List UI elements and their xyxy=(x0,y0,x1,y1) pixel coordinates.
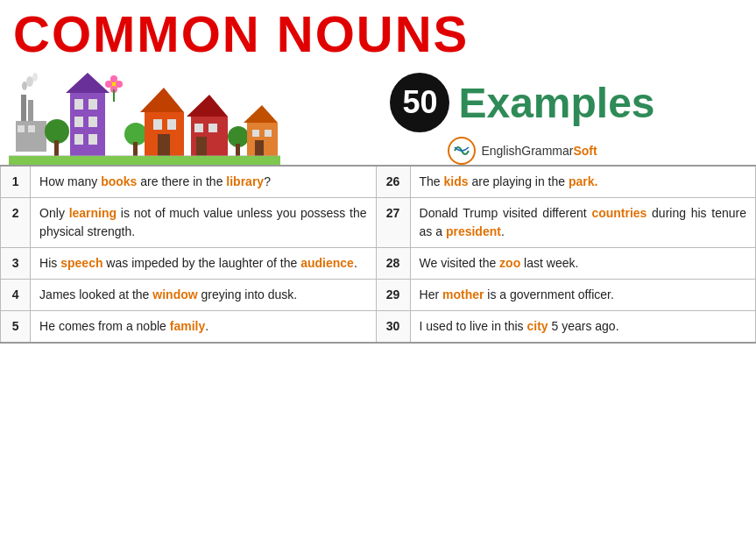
svg-point-8 xyxy=(45,119,69,144)
sentence-cell: The kids are playing in the park. xyxy=(410,166,755,198)
houses-illustration xyxy=(9,68,280,165)
highlight-word: zoo xyxy=(499,256,520,270)
svg-point-0 xyxy=(22,82,27,90)
row-num: 27 xyxy=(376,198,410,248)
svg-rect-7 xyxy=(28,125,35,132)
svg-rect-23 xyxy=(113,89,115,102)
svg-marker-17 xyxy=(66,73,110,93)
svg-rect-30 xyxy=(158,134,170,156)
highlight-word: audience xyxy=(300,256,354,270)
header: COMMON NOUNS xyxy=(0,0,756,64)
svg-marker-39 xyxy=(244,105,278,123)
svg-marker-32 xyxy=(187,95,228,117)
sentence-cell: His speech was impeded by the laughter o… xyxy=(31,248,376,280)
brand-section: 50 Examples EnglishGrammarSoft xyxy=(298,73,747,165)
sentence-cell: We visited the zoo last week. xyxy=(410,248,755,280)
svg-point-19 xyxy=(105,81,112,88)
svg-point-21 xyxy=(110,75,117,82)
svg-point-2 xyxy=(32,73,38,82)
svg-rect-4 xyxy=(28,100,33,121)
svg-rect-3 xyxy=(21,95,26,121)
sentence-cell: James looked at the window greying into … xyxy=(31,280,376,311)
sentence-cell: He comes from a noble family. xyxy=(31,311,376,344)
svg-point-20 xyxy=(116,81,123,88)
highlight-word: family xyxy=(170,319,205,333)
highlight-word: window xyxy=(152,287,197,301)
row-num: 29 xyxy=(376,280,410,311)
illustration-row: 50 Examples EnglishGrammarSoft xyxy=(0,64,756,165)
row-num: 4 xyxy=(1,280,31,311)
highlight-word: park. xyxy=(569,174,597,188)
highlight-word: learning xyxy=(69,206,117,220)
highlight-word: library xyxy=(226,174,264,188)
brand-logo: EnglishGrammarSoft xyxy=(448,137,597,165)
row-num: 3 xyxy=(1,248,31,280)
svg-point-1 xyxy=(26,76,33,87)
row-num: 30 xyxy=(376,311,410,344)
examples-table: 1 How many books are there in the librar… xyxy=(0,165,756,344)
svg-rect-13 xyxy=(74,117,83,127)
highlight-word: city xyxy=(526,319,548,333)
svg-rect-37 xyxy=(236,144,240,156)
highlight-word: speech xyxy=(60,256,102,270)
row-num: 1 xyxy=(1,166,31,198)
svg-rect-15 xyxy=(74,134,83,145)
svg-rect-35 xyxy=(196,137,207,156)
sentence-cell: How many books are there in the library? xyxy=(31,166,376,198)
main-title: COMMON NOUNS xyxy=(13,9,469,60)
sentence-cell: Her mother is a government officer. xyxy=(410,280,755,311)
row-num: 26 xyxy=(376,166,410,198)
highlight-word: books xyxy=(101,174,137,188)
svg-rect-11 xyxy=(74,99,83,110)
row-num: 28 xyxy=(376,248,410,280)
svg-rect-6 xyxy=(18,125,25,132)
row-num: 5 xyxy=(1,311,31,344)
examples-label: Examples xyxy=(458,79,654,127)
table-row: 4 James looked at the window greying int… xyxy=(1,280,756,311)
table-row: 3 His speech was impeded by the laughter… xyxy=(1,248,756,280)
svg-rect-9 xyxy=(54,140,59,156)
examples-row: 50 Examples xyxy=(390,73,654,132)
brand-icon xyxy=(448,137,476,165)
sentence-cell: Only learning is not of much value unles… xyxy=(31,198,376,248)
sentence-cell: I used to live in this city 5 years ago. xyxy=(410,311,755,344)
highlight-word: president xyxy=(446,224,501,238)
svg-rect-29 xyxy=(167,119,176,130)
svg-rect-42 xyxy=(255,140,264,156)
row-num: 2 xyxy=(1,198,31,248)
highlight-word: kids xyxy=(444,174,469,188)
highlight-word: mother xyxy=(442,287,484,301)
svg-rect-28 xyxy=(153,119,162,130)
svg-rect-25 xyxy=(133,142,138,156)
table-row: 2 Only learning is not of much value unl… xyxy=(1,198,756,248)
svg-rect-33 xyxy=(194,124,203,132)
svg-rect-12 xyxy=(88,99,97,110)
svg-rect-44 xyxy=(9,156,280,165)
brand-name: EnglishGrammarSoft xyxy=(481,144,597,158)
table-row: 5 He comes from a noble family. 30 I use… xyxy=(1,311,756,344)
svg-marker-27 xyxy=(140,88,184,112)
svg-rect-41 xyxy=(265,130,272,137)
svg-rect-14 xyxy=(88,117,97,127)
number-circle: 50 xyxy=(390,73,449,132)
svg-rect-34 xyxy=(208,124,217,132)
svg-rect-16 xyxy=(88,134,97,145)
highlight-word: countries xyxy=(591,206,646,220)
svg-rect-40 xyxy=(252,130,259,137)
table-row: 1 How many books are there in the librar… xyxy=(1,166,756,198)
sentence-cell: Donald Trump visited different countries… xyxy=(410,198,755,248)
